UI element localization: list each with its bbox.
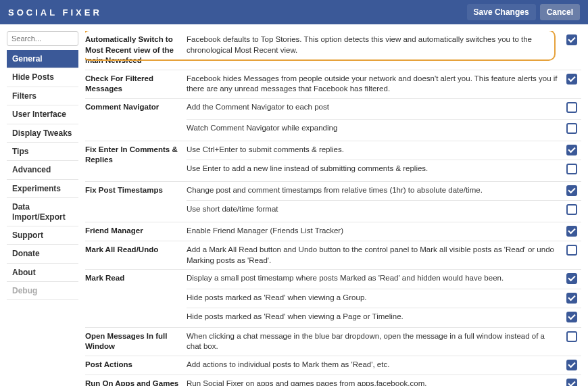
setting-row: Open Messages In full WindowWhen clickin…: [85, 327, 581, 356]
setting-description: Hide posts marked as 'Read' when viewing…: [187, 308, 564, 328]
setting-label: Fix Enter In Comments & Replies: [85, 141, 187, 181]
topbar-actions: Save Changes Cancel: [467, 4, 580, 20]
sidebar-nav: GeneralHide PostsFiltersUser InterfaceDi…: [7, 50, 78, 300]
checkbox[interactable]: [566, 123, 577, 134]
sidebar-item-support[interactable]: Support: [7, 226, 78, 245]
setting-description: Add the Comment Navigator to each post: [187, 98, 564, 120]
checkbox[interactable]: [566, 226, 577, 237]
brand-title: SOCIAL FIXER: [8, 7, 102, 18]
setting-row: Automatically Switch to Most Recent view…: [85, 31, 581, 70]
main: GeneralHide PostsFiltersUser InterfaceDi…: [0, 24, 588, 386]
setting-description: Display a small post timestamp where pos…: [187, 270, 564, 289]
sidebar-item-debug[interactable]: Debug: [7, 282, 78, 300]
setting-description: Watch Comment Navigator while expanding: [187, 120, 564, 141]
checkbox[interactable]: [566, 102, 577, 113]
setting-row: Check For Filtered MessagesFacebook hide…: [85, 70, 581, 98]
setting-label: Check For Filtered Messages: [85, 70, 187, 98]
setting-description: Facebook defaults to Top Stories. This o…: [187, 31, 564, 70]
checkbox[interactable]: [566, 293, 577, 304]
setting-description: Add actions to individual posts to Mark …: [187, 356, 564, 375]
sidebar-item-donate[interactable]: Donate: [7, 245, 78, 263]
sidebar-item-experiments[interactable]: Experiments: [7, 180, 78, 198]
setting-label: Mark Read: [85, 270, 187, 328]
setting-row: Mark All Read/UndoAdd a Mark All Read bu…: [85, 241, 581, 270]
setting-description: Change post and comment timestamps from …: [187, 181, 564, 201]
setting-row: Mark ReadDisplay a small post timestamp …: [85, 270, 581, 289]
checkbox[interactable]: [566, 34, 577, 45]
setting-description: Hide posts marked as 'Read' when viewing…: [187, 289, 564, 308]
sidebar-item-tips[interactable]: Tips: [7, 143, 78, 161]
setting-row: Post ActionsAdd actions to individual po…: [85, 356, 581, 375]
save-button[interactable]: Save Changes: [467, 4, 536, 20]
checkbox[interactable]: [566, 331, 577, 342]
sidebar-item-advanced[interactable]: Advanced: [7, 161, 78, 179]
setting-label: Automatically Switch to Most Recent view…: [85, 31, 187, 70]
setting-description: Use Ctrl+Enter to submit comments & repl…: [187, 141, 564, 160]
setting-row: Fix Post TimestampsChange post and comme…: [85, 181, 581, 201]
setting-row: Fix Enter In Comments & RepliesUse Ctrl+…: [85, 141, 581, 160]
topbar: SOCIAL FIXER Save Changes Cancel: [0, 0, 588, 24]
setting-row: Friend ManagerEnable Friend Manager (Fri…: [85, 222, 581, 241]
checkbox[interactable]: [566, 360, 577, 370]
sidebar-item-general[interactable]: General: [7, 50, 78, 68]
setting-row: Comment NavigatorAdd the Comment Navigat…: [85, 98, 581, 120]
setting-description: Use short date/time format: [187, 201, 564, 222]
setting-label: Open Messages In full Window: [85, 327, 187, 356]
checkbox[interactable]: [566, 145, 577, 155]
setting-label: Fix Post Timestamps: [85, 181, 187, 222]
sidebar-item-user-interface[interactable]: User Interface: [7, 105, 78, 124]
content: Automatically Switch to Most Recent view…: [85, 31, 581, 386]
settings-table: Automatically Switch to Most Recent view…: [85, 31, 581, 386]
sidebar-item-display-tweaks[interactable]: Display Tweaks: [7, 124, 78, 143]
setting-description: Add a Mark All Read button and Undo butt…: [187, 241, 564, 270]
checkbox[interactable]: [566, 379, 577, 386]
sidebar-item-about[interactable]: About: [7, 264, 78, 282]
sidebar-item-hide-posts[interactable]: Hide Posts: [7, 68, 78, 87]
setting-description: Use Enter to add a new line instead of s…: [187, 160, 564, 182]
checkbox[interactable]: [566, 204, 577, 215]
sidebar-item-data-import-export[interactable]: Data Import/Export: [7, 198, 78, 226]
checkbox[interactable]: [566, 185, 577, 196]
setting-label: Friend Manager: [85, 222, 187, 241]
sidebar: GeneralHide PostsFiltersUser InterfaceDi…: [7, 31, 78, 386]
setting-label: Post Actions: [85, 356, 187, 375]
search-input[interactable]: [7, 31, 78, 46]
checkbox[interactable]: [566, 273, 577, 284]
checkbox[interactable]: [566, 312, 577, 322]
setting-row: Run On Apps and Games PagesRun Social Fi…: [85, 375, 581, 386]
checkbox[interactable]: [566, 245, 577, 256]
setting-description: Facebook hides Messages from people outs…: [187, 70, 564, 98]
setting-description: Run Social Fixer on apps and games pages…: [187, 375, 564, 386]
checkbox[interactable]: [566, 74, 577, 85]
setting-label: Mark All Read/Undo: [85, 241, 187, 270]
sidebar-item-filters[interactable]: Filters: [7, 87, 78, 105]
cancel-button[interactable]: Cancel: [540, 4, 580, 20]
setting-label: Run On Apps and Games Pages: [85, 375, 187, 386]
setting-description: Enable Friend Manager (Friends List Trac…: [187, 222, 564, 241]
setting-description: When clicking a chat message in the blue…: [187, 327, 564, 356]
setting-label: Comment Navigator: [85, 98, 187, 141]
checkbox[interactable]: [566, 164, 577, 174]
